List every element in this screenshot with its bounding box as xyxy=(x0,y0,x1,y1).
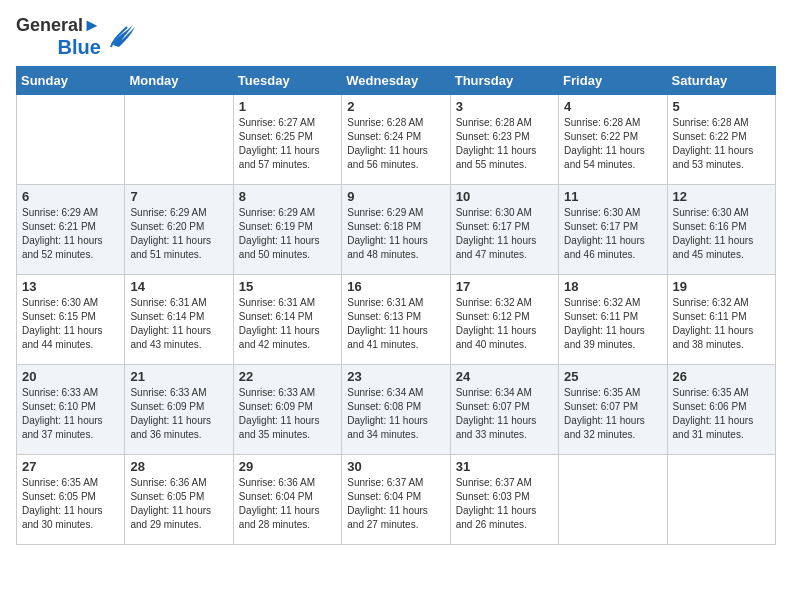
day-number: 4 xyxy=(564,99,661,114)
day-info: Sunrise: 6:31 AM Sunset: 6:14 PM Dayligh… xyxy=(239,296,336,352)
calendar-cell: 2Sunrise: 6:28 AM Sunset: 6:24 PM Daylig… xyxy=(342,94,450,184)
calendar-cell: 29Sunrise: 6:36 AM Sunset: 6:04 PM Dayli… xyxy=(233,454,341,544)
day-info: Sunrise: 6:32 AM Sunset: 6:11 PM Dayligh… xyxy=(673,296,770,352)
day-info: Sunrise: 6:30 AM Sunset: 6:17 PM Dayligh… xyxy=(564,206,661,262)
calendar-week-row: 13Sunrise: 6:30 AM Sunset: 6:15 PM Dayli… xyxy=(17,274,776,364)
day-number: 14 xyxy=(130,279,227,294)
calendar-table: SundayMondayTuesdayWednesdayThursdayFrid… xyxy=(16,66,776,545)
day-number: 15 xyxy=(239,279,336,294)
day-number: 9 xyxy=(347,189,444,204)
calendar-week-row: 1Sunrise: 6:27 AM Sunset: 6:25 PM Daylig… xyxy=(17,94,776,184)
day-number: 7 xyxy=(130,189,227,204)
day-info: Sunrise: 6:33 AM Sunset: 6:09 PM Dayligh… xyxy=(130,386,227,442)
day-number: 18 xyxy=(564,279,661,294)
calendar-cell: 26Sunrise: 6:35 AM Sunset: 6:06 PM Dayli… xyxy=(667,364,775,454)
day-info: Sunrise: 6:36 AM Sunset: 6:04 PM Dayligh… xyxy=(239,476,336,532)
day-info: Sunrise: 6:34 AM Sunset: 6:08 PM Dayligh… xyxy=(347,386,444,442)
calendar-cell: 4Sunrise: 6:28 AM Sunset: 6:22 PM Daylig… xyxy=(559,94,667,184)
day-info: Sunrise: 6:35 AM Sunset: 6:05 PM Dayligh… xyxy=(22,476,119,532)
calendar-week-row: 6Sunrise: 6:29 AM Sunset: 6:21 PM Daylig… xyxy=(17,184,776,274)
calendar-cell: 11Sunrise: 6:30 AM Sunset: 6:17 PM Dayli… xyxy=(559,184,667,274)
calendar-cell: 31Sunrise: 6:37 AM Sunset: 6:03 PM Dayli… xyxy=(450,454,558,544)
calendar-cell: 13Sunrise: 6:30 AM Sunset: 6:15 PM Dayli… xyxy=(17,274,125,364)
day-info: Sunrise: 6:28 AM Sunset: 6:22 PM Dayligh… xyxy=(564,116,661,172)
day-info: Sunrise: 6:27 AM Sunset: 6:25 PM Dayligh… xyxy=(239,116,336,172)
day-number: 2 xyxy=(347,99,444,114)
calendar-cell xyxy=(125,94,233,184)
day-number: 12 xyxy=(673,189,770,204)
day-number: 11 xyxy=(564,189,661,204)
day-number: 28 xyxy=(130,459,227,474)
day-info: Sunrise: 6:35 AM Sunset: 6:07 PM Dayligh… xyxy=(564,386,661,442)
calendar-cell: 18Sunrise: 6:32 AM Sunset: 6:11 PM Dayli… xyxy=(559,274,667,364)
day-number: 3 xyxy=(456,99,553,114)
calendar-cell: 20Sunrise: 6:33 AM Sunset: 6:10 PM Dayli… xyxy=(17,364,125,454)
day-number: 8 xyxy=(239,189,336,204)
calendar-cell: 9Sunrise: 6:29 AM Sunset: 6:18 PM Daylig… xyxy=(342,184,450,274)
calendar-cell: 3Sunrise: 6:28 AM Sunset: 6:23 PM Daylig… xyxy=(450,94,558,184)
header-thursday: Thursday xyxy=(450,66,558,94)
calendar-cell: 21Sunrise: 6:33 AM Sunset: 6:09 PM Dayli… xyxy=(125,364,233,454)
calendar-cell: 28Sunrise: 6:36 AM Sunset: 6:05 PM Dayli… xyxy=(125,454,233,544)
day-info: Sunrise: 6:29 AM Sunset: 6:21 PM Dayligh… xyxy=(22,206,119,262)
calendar-cell: 27Sunrise: 6:35 AM Sunset: 6:05 PM Dayli… xyxy=(17,454,125,544)
day-number: 21 xyxy=(130,369,227,384)
day-number: 13 xyxy=(22,279,119,294)
header-wednesday: Wednesday xyxy=(342,66,450,94)
logo-blue: ► xyxy=(83,15,101,35)
day-number: 17 xyxy=(456,279,553,294)
calendar-cell: 16Sunrise: 6:31 AM Sunset: 6:13 PM Dayli… xyxy=(342,274,450,364)
calendar-cell: 30Sunrise: 6:37 AM Sunset: 6:04 PM Dayli… xyxy=(342,454,450,544)
day-number: 10 xyxy=(456,189,553,204)
calendar-cell xyxy=(559,454,667,544)
day-number: 16 xyxy=(347,279,444,294)
day-info: Sunrise: 6:31 AM Sunset: 6:14 PM Dayligh… xyxy=(130,296,227,352)
day-info: Sunrise: 6:28 AM Sunset: 6:22 PM Dayligh… xyxy=(673,116,770,172)
header-friday: Friday xyxy=(559,66,667,94)
calendar-header-row: SundayMondayTuesdayWednesdayThursdayFrid… xyxy=(17,66,776,94)
day-info: Sunrise: 6:33 AM Sunset: 6:10 PM Dayligh… xyxy=(22,386,119,442)
calendar-cell: 22Sunrise: 6:33 AM Sunset: 6:09 PM Dayli… xyxy=(233,364,341,454)
calendar-cell: 19Sunrise: 6:32 AM Sunset: 6:11 PM Dayli… xyxy=(667,274,775,364)
day-info: Sunrise: 6:30 AM Sunset: 6:17 PM Dayligh… xyxy=(456,206,553,262)
calendar-cell: 15Sunrise: 6:31 AM Sunset: 6:14 PM Dayli… xyxy=(233,274,341,364)
day-number: 25 xyxy=(564,369,661,384)
day-number: 26 xyxy=(673,369,770,384)
logo: General► Blue xyxy=(16,16,137,58)
calendar-cell xyxy=(17,94,125,184)
day-info: Sunrise: 6:29 AM Sunset: 6:20 PM Dayligh… xyxy=(130,206,227,262)
logo-bird-icon xyxy=(105,17,137,53)
logo-text-line1: General► xyxy=(16,16,101,36)
calendar-cell: 17Sunrise: 6:32 AM Sunset: 6:12 PM Dayli… xyxy=(450,274,558,364)
day-number: 20 xyxy=(22,369,119,384)
day-number: 29 xyxy=(239,459,336,474)
day-info: Sunrise: 6:28 AM Sunset: 6:24 PM Dayligh… xyxy=(347,116,444,172)
day-info: Sunrise: 6:32 AM Sunset: 6:12 PM Dayligh… xyxy=(456,296,553,352)
day-info: Sunrise: 6:28 AM Sunset: 6:23 PM Dayligh… xyxy=(456,116,553,172)
day-number: 1 xyxy=(239,99,336,114)
calendar-cell: 8Sunrise: 6:29 AM Sunset: 6:19 PM Daylig… xyxy=(233,184,341,274)
day-number: 6 xyxy=(22,189,119,204)
day-info: Sunrise: 6:34 AM Sunset: 6:07 PM Dayligh… xyxy=(456,386,553,442)
day-info: Sunrise: 6:33 AM Sunset: 6:09 PM Dayligh… xyxy=(239,386,336,442)
day-info: Sunrise: 6:30 AM Sunset: 6:16 PM Dayligh… xyxy=(673,206,770,262)
calendar-cell: 1Sunrise: 6:27 AM Sunset: 6:25 PM Daylig… xyxy=(233,94,341,184)
day-number: 23 xyxy=(347,369,444,384)
day-number: 27 xyxy=(22,459,119,474)
header-saturday: Saturday xyxy=(667,66,775,94)
calendar-cell: 10Sunrise: 6:30 AM Sunset: 6:17 PM Dayli… xyxy=(450,184,558,274)
page-header: General► Blue xyxy=(16,16,776,58)
calendar-cell: 6Sunrise: 6:29 AM Sunset: 6:21 PM Daylig… xyxy=(17,184,125,274)
calendar-week-row: 20Sunrise: 6:33 AM Sunset: 6:10 PM Dayli… xyxy=(17,364,776,454)
day-info: Sunrise: 6:35 AM Sunset: 6:06 PM Dayligh… xyxy=(673,386,770,442)
calendar-week-row: 27Sunrise: 6:35 AM Sunset: 6:05 PM Dayli… xyxy=(17,454,776,544)
logo-text-line2: Blue xyxy=(58,36,101,58)
day-info: Sunrise: 6:29 AM Sunset: 6:19 PM Dayligh… xyxy=(239,206,336,262)
day-number: 30 xyxy=(347,459,444,474)
day-number: 31 xyxy=(456,459,553,474)
day-number: 19 xyxy=(673,279,770,294)
calendar-cell: 25Sunrise: 6:35 AM Sunset: 6:07 PM Dayli… xyxy=(559,364,667,454)
day-info: Sunrise: 6:37 AM Sunset: 6:04 PM Dayligh… xyxy=(347,476,444,532)
calendar-cell: 14Sunrise: 6:31 AM Sunset: 6:14 PM Dayli… xyxy=(125,274,233,364)
calendar-cell xyxy=(667,454,775,544)
